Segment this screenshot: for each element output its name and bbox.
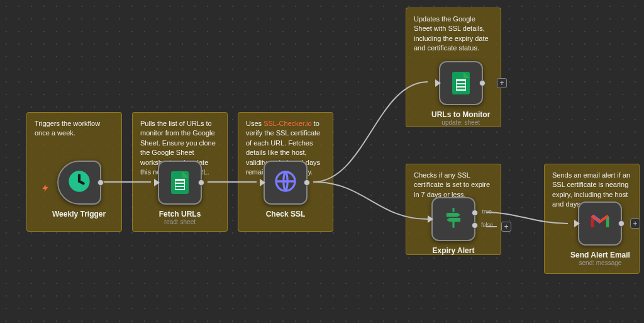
node-title: Weekly Trigger xyxy=(52,210,106,218)
urls-to-monitor-node[interactable]: URLs to Monitor update: sheet xyxy=(431,61,490,126)
node-title: URLs to Monitor xyxy=(431,110,490,119)
output-port[interactable] xyxy=(198,179,204,186)
node-title: Send Alert Email xyxy=(570,251,630,259)
output-port[interactable] xyxy=(479,80,486,86)
signpost-icon xyxy=(441,206,465,232)
globe-icon xyxy=(273,169,298,196)
trigger-bolt-icon xyxy=(41,183,50,196)
input-port[interactable] xyxy=(435,79,441,87)
google-sheets-icon xyxy=(447,69,475,98)
input-port[interactable] xyxy=(574,220,580,227)
node-subtitle: send: message xyxy=(579,259,622,266)
node-subtitle: read: sheet xyxy=(164,218,196,225)
node-subtitle: update: sheet xyxy=(441,119,480,126)
input-port[interactable] xyxy=(428,215,433,223)
google-sheets-icon xyxy=(165,168,194,197)
check-ssl-node[interactable]: Check SSL xyxy=(264,161,308,218)
gmail-icon xyxy=(589,213,611,234)
send-alert-email-node[interactable]: Send Alert Email send: message xyxy=(570,201,630,266)
sticky-text: Updates the Google Sheet with SSL detail… xyxy=(414,15,489,52)
sticky-text-prefix: Uses xyxy=(246,120,264,127)
output-port[interactable] xyxy=(304,179,310,186)
node-title: Fetch URLs xyxy=(159,210,201,218)
input-port[interactable] xyxy=(154,179,160,186)
port-label-true: true xyxy=(482,208,492,215)
input-port[interactable] xyxy=(260,179,265,186)
fetch-urls-node[interactable]: Fetch URLs read: sheet xyxy=(158,161,202,225)
output-port[interactable] xyxy=(618,220,625,227)
weekly-trigger-node[interactable]: Weekly Trigger xyxy=(52,161,106,218)
output-port[interactable] xyxy=(97,179,104,186)
port-label-false: false xyxy=(481,222,493,228)
add-node-button[interactable]: + xyxy=(501,222,511,232)
output-port-true[interactable] xyxy=(472,210,478,216)
node-title: Check SSL xyxy=(266,210,306,218)
sticky-text: Checks if any SSL certificate is set to … xyxy=(414,171,490,198)
add-node-button[interactable]: + xyxy=(497,78,507,88)
sticky-text: Triggers the workflow once a week. xyxy=(35,120,100,137)
node-title: Expiry Alert xyxy=(433,246,475,255)
ssl-checker-link[interactable]: SSL-Checker.io xyxy=(264,120,311,127)
clock-icon xyxy=(67,169,92,196)
output-port-false[interactable] xyxy=(472,222,478,229)
expiry-alert-node[interactable]: true false Expiry Alert xyxy=(431,197,475,255)
add-node-button[interactable]: + xyxy=(630,218,640,229)
